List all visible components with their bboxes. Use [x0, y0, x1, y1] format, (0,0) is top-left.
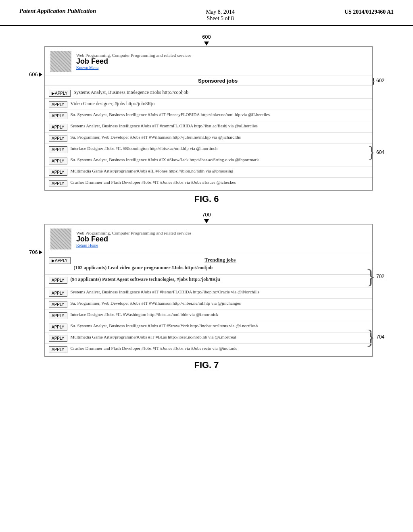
sheet-info: Sheet 5 of 8: [206, 15, 235, 22]
pub-date: May 8, 2014: [206, 9, 235, 15]
fig7-caption: FIG. 7: [24, 360, 389, 370]
fig6-jf-thumb: [50, 51, 71, 72]
patent-number: US 2014/0129460 A1: [344, 9, 394, 15]
fig7-job-row-3: APPLY Interface Designer #Jobs #IL #Wash…: [45, 310, 372, 321]
fig6-apply-btn-9[interactable]: APPLY: [49, 180, 67, 187]
fig6-job-row-2: APPLY Video Game designer, #jobs http://…: [45, 99, 372, 110]
figure-6-container: 600 606 Web Programming, Computer Progra…: [24, 34, 389, 204]
fig6-wrapper: 606 Web Programming, Computer Programmin…: [44, 46, 373, 191]
fig7-apply-btn-trending1[interactable]: ▶APPLY: [49, 257, 71, 264]
fig7-jf-link[interactable]: Return Home: [76, 243, 191, 247]
fig7-jf-thumb: [50, 229, 71, 249]
fig7-apply-btn-4[interactable]: APPLY: [49, 324, 67, 330]
fig6-left-ref-num: 606: [29, 71, 38, 77]
fig7-apply-btn-3[interactable]: APPLY: [49, 312, 67, 319]
header-center: May 8, 2014 Sheet 5 of 8: [206, 7, 235, 22]
fig6-left-arrow: [39, 73, 42, 77]
fig6-arrow: [204, 42, 209, 46]
fig6-jf-subtitle: Web Programming, Computer Programming an…: [76, 53, 191, 58]
fig6-job-text-2: Video Game designer, #jobs http://job/8R…: [71, 100, 367, 107]
fig6-left-ref: 606: [29, 71, 42, 77]
fig6-job-text-4: Systems Analyst, Business Intelligence #…: [71, 123, 367, 129]
fig6-apply-btn-8[interactable]: APPLY: [49, 169, 67, 176]
fig7-job-row-2: APPLY Su. Programmer, Web Developer #Job…: [45, 299, 372, 310]
fig6-apply-btn-6[interactable]: APPLY: [49, 146, 67, 153]
fig6-jf-title: Job Feed: [76, 58, 191, 66]
fig6-job-row-1: ▶APPLY Systems Analyst, Business Inteleg…: [45, 87, 372, 99]
fig7-trending-job1: (102 applicants) Lead video game program…: [74, 264, 367, 271]
fig6-job-row-9: APPLY Crasher Drummer and Flash Develope…: [45, 178, 372, 189]
fig7-jf-title-block: Web Programming, Computer Programming an…: [76, 231, 191, 248]
fig7-apply-btn-1[interactable]: APPLY: [49, 290, 67, 297]
fig7-apply-btn-5[interactable]: APPLY: [49, 335, 67, 342]
header-right: US 2014/0129460 A1: [344, 7, 394, 15]
fig6-job-row-5: APPLY Su. Programmer, Web Developer #Job…: [45, 133, 372, 144]
fig6-jf-header: Web Programming, Computer Programming an…: [45, 47, 372, 75]
fig6-job-text-8: Multimedia Game Artist/programmer#Jobs #…: [71, 168, 367, 174]
fig7-job-row-6: APPLY Crasher Drummer and Flash Develope…: [45, 344, 372, 355]
fig7-left-ref-num: 706: [29, 249, 38, 255]
fig6-job-text-9: Crasher Drummer and Flash Developer #Job…: [71, 179, 367, 185]
fig7-trending-row: ▶APPLY Trending jobs (102 applicants) Le…: [45, 255, 372, 274]
fig6-apply-btn-5[interactable]: APPLY: [49, 135, 67, 142]
main-content: 600 606 Web Programming, Computer Progra…: [0, 30, 413, 386]
fig7-apply-btn-2[interactable]: APPLY: [49, 301, 67, 308]
fig7-ref-num: 700: [202, 212, 211, 218]
fig6-jf-title-block: Web Programming, Computer Programming an…: [76, 53, 191, 70]
fig7-job-text-2: Su. Programmer, Web Developer #Jobs #IT …: [71, 300, 367, 306]
fig6-job-text-5: Su. Programmer, Web Developer #Jobs #IT …: [71, 134, 367, 140]
fig7-jf-title: Job Feed: [76, 235, 191, 243]
fig7-job-row-1: APPLY Systems Analyst, Business Intellig…: [45, 287, 372, 299]
fig6-job-text-7: Su. Systems Analyst, Business Intelligen…: [71, 157, 367, 163]
fig6-ref-row: 600: [24, 34, 389, 40]
fig6-job-row-6: APPLY Interface Designer #Jobs #IL #Bloo…: [45, 144, 372, 155]
fig7-job-text-3: Interface Designer #Jobs #IL #Washington…: [71, 312, 367, 318]
fig6-job-row-3: APPLY Su. Systems Analyst, Business Inte…: [45, 110, 372, 121]
fig6-sponsored-label: Sponsored jobs: [69, 78, 367, 84]
fig7-job-row-trending2: APPLY (94 applicants) Patent Agent softw…: [45, 274, 372, 287]
page-header: Patent Application Publication May 8, 20…: [0, 0, 413, 26]
fig6-job-text-1: Systems Analyst, Business Intelegence #J…: [74, 89, 367, 96]
fig7-left-ref: 706: [29, 249, 42, 255]
fig6-ui-box: Web Programming, Computer Programming an…: [44, 46, 373, 191]
fig7-arrow: [204, 219, 209, 223]
fig6-job-text-3: Su. Systems Analyst, Business Intelligen…: [71, 112, 367, 118]
fig6-job-row-4: APPLY Systems Analyst, Business Intellig…: [45, 121, 372, 133]
fig7-wrapper: 706 Web Programming, Computer Programmin…: [44, 224, 373, 357]
fig7-apply-btn-6[interactable]: APPLY: [49, 346, 67, 353]
fig6-jf-link[interactable]: Known Menu: [76, 65, 191, 70]
fig6-apply-btn-2[interactable]: APPLY: [49, 101, 67, 108]
fig7-job-text-6: Crasher Drummer and Flash Developer #Job…: [71, 345, 367, 351]
fig7-jf-subtitle: Web Programming, Computer Programming an…: [76, 231, 191, 235]
fig7-left-arrow: [39, 250, 42, 254]
fig7-job-row-5: APPLY Multimedia Game Artist/programmer#…: [45, 332, 372, 344]
fig7-ref-top: 702: [376, 274, 384, 279]
fig7-jf-header: Web Programming, Computer Programming an…: [45, 224, 372, 253]
fig6-apply-btn-1[interactable]: ▶APPLY: [49, 90, 71, 97]
fig6-job-text-6: Interface Designer #Jobs #IL #Bloomingto…: [71, 145, 367, 152]
fig7-ui-box: Web Programming, Computer Programming an…: [44, 224, 373, 357]
patent-title: Patent Application Publication: [19, 8, 96, 14]
fig7-trending-job2: (94 applicants) Patent Agent software te…: [71, 276, 367, 283]
fig6-ref-bottom: 604: [376, 150, 384, 155]
fig6-job-row-8: APPLY Multimedia Game Artist/programmer#…: [45, 166, 372, 178]
fig7-ref-bottom: 704: [376, 334, 384, 340]
fig6-apply-btn-3[interactable]: APPLY: [49, 112, 67, 119]
fig7-apply-btn-trending2[interactable]: APPLY: [49, 277, 67, 284]
fig6-apply-btn-4[interactable]: APPLY: [49, 124, 67, 131]
fig7-job-text-4: Su. Systems Analyst, Business Intelligen…: [71, 323, 367, 329]
fig7-trending-label: Trending jobs: [74, 256, 367, 264]
fig7-ref-row: 700: [24, 212, 389, 218]
fig6-job-row-7: APPLY Su. Systems Analyst, Business Inte…: [45, 155, 372, 166]
fig7-job-text-5: Multimedia Game Artist/programmer#Jobs #…: [71, 334, 367, 340]
fig7-job-text-1: Systems Analyst, Business Intelligence #…: [71, 289, 367, 295]
fig6-job-list: ▶APPLY Systems Analyst, Business Inteleg…: [45, 86, 372, 190]
fig7-job-row-4: APPLY Su. Systems Analyst, Business Inte…: [45, 321, 372, 332]
fig6-caption: FIG. 6: [24, 194, 389, 204]
fig7-trending-section: Trending jobs (102 applicants) Lead vide…: [74, 256, 367, 271]
fig7-job-list: ▶APPLY Trending jobs (102 applicants) Le…: [45, 253, 372, 356]
header-left: Patent Application Publication: [19, 7, 96, 15]
figure-7-container: 700 706 Web Programming, Computer Progra…: [24, 212, 389, 370]
fig6-apply-btn-7[interactable]: APPLY: [49, 158, 67, 164]
fig6-ref-num: 600: [202, 34, 211, 40]
